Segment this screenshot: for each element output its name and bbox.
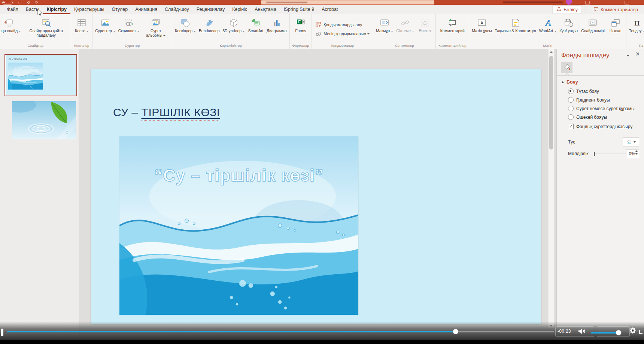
spin-down-icon[interactable] (635, 153, 638, 155)
scroll-up-arrow[interactable] (549, 49, 554, 54)
search-box[interactable] (261, 0, 434, 4)
avatar[interactable] (566, 0, 572, 5)
tab-file[interactable]: Файл (3, 5, 22, 14)
ribbon-group-label-symbols: Таңбалар (628, 43, 644, 49)
date-time-label: Күн/ уақыт (559, 29, 578, 33)
equation-button[interactable]: πТеңдеу (628, 15, 644, 34)
radio-picture-fill[interactable]: Сурет немесе сурет құрамы (568, 106, 635, 111)
tab-transitions[interactable]: Өтулер (108, 5, 132, 14)
share-button[interactable]: Бөлісу (552, 5, 582, 14)
chart-button[interactable]: Диаграмма (265, 15, 288, 34)
my-addins-button[interactable]: Менің қондырмаларым (315, 30, 370, 37)
comment-button[interactable]: Комментарий (439, 15, 466, 34)
date-time-button[interactable]: Күн/ уақыт (558, 15, 580, 34)
tab-animations[interactable]: Анимация (131, 5, 161, 14)
screenshot-button[interactable]: Скриншот (117, 15, 141, 34)
redo-icon[interactable]: ↻ (35, 0, 38, 5)
radio-solid-fill[interactable]: Тұтас бояу (568, 88, 635, 94)
header-footer-button[interactable]: Тақырып & Колонтитул (493, 15, 538, 34)
tab-design[interactable]: Құрастырушы (70, 5, 108, 14)
equation-pi-icon: π (634, 16, 640, 29)
section-collapse-icon (562, 81, 564, 83)
ribbon-group-label-forms: Формалар (291, 43, 311, 49)
ribbon-group-label-addins: Қондырмалар (313, 43, 372, 49)
pane-close-icon[interactable]: ✕ (635, 51, 640, 57)
transparency-spinner[interactable]: 0% (626, 149, 639, 158)
object-button[interactable]: Нысан (606, 15, 625, 34)
slide-number-button[interactable]: #Слайд нөмірі (580, 15, 606, 34)
scrollbar-thumb[interactable] (549, 56, 553, 150)
video-progress-knob[interactable] (453, 329, 458, 334)
speaker-icon[interactable] (578, 328, 586, 336)
photo-album-button[interactable]: Сурет альбомы (141, 15, 171, 38)
autosave-toggle-icon[interactable] (2, 1, 13, 4)
application-window: ▭ ⟲ ↻ ФайлБастыКірістіруҚұрастырушыӨтуле… (0, 0, 644, 344)
slide-thumbnail-2[interactable] (12, 101, 76, 139)
radio-pattern-fill[interactable]: Әшекей бояуы (568, 114, 635, 120)
tab-view[interactable]: Көрініс (228, 5, 251, 14)
hide-background-checkbox[interactable]: ✓ Фондық суреттерді жасыру (568, 124, 632, 129)
slide-editing-area[interactable]: СУ – ТІРШІЛІК КӨЗІ “Су – тіршілік көзі” (91, 69, 541, 324)
wordart-icon: A (543, 16, 553, 29)
slide-thumbnail-1-preview: СУ – ТІРШІЛІК КӨЗІ “Су – тіршілік көзі” (6, 55, 76, 95)
link-button: Сілтеме (395, 15, 416, 34)
save-icon[interactable]: ▭ (18, 0, 21, 5)
chevron-down-icon (643, 31, 644, 32)
radio-gradient-fill[interactable]: Градиент бояуы (568, 97, 635, 103)
screenshot-label: Скриншот (118, 29, 140, 33)
volume-knob[interactable] (616, 330, 621, 335)
video-progress-bar[interactable] (7, 331, 554, 332)
pane-options-chevron-icon[interactable] (626, 55, 629, 57)
slide-title-text[interactable]: СУ – ТІРШІЛІК КӨЗІ (113, 106, 220, 119)
fill-tab[interactable] (561, 62, 572, 73)
tab-help[interactable]: Анықтама (251, 5, 280, 14)
table-label: Кесте (75, 29, 88, 33)
gear-icon[interactable] (629, 327, 637, 336)
vertical-scrollbar[interactable] (548, 49, 554, 328)
object-icon (611, 16, 620, 29)
comments-button[interactable]: Комментарийлер (590, 6, 642, 13)
transparency-slider[interactable] (594, 151, 626, 156)
wordart-button[interactable]: AWordArt (538, 15, 558, 34)
fullscreen-corner-icon[interactable] (639, 330, 643, 334)
tab-review[interactable]: Рецензиялау (193, 5, 228, 14)
fill-color-button[interactable] (623, 137, 639, 147)
new-slide-button[interactable]: Жаңа слайд (0, 15, 22, 34)
fill-section-header[interactable]: Бояу (562, 79, 578, 85)
slide-thumbnail-1[interactable]: СУ – ТІРШІЛІК КӨЗІ “Су – тіршілік көзі” (4, 54, 77, 96)
window-restore-icon[interactable] (625, 1, 629, 4)
ribbon-group-label-text: Мәтін (470, 43, 625, 49)
undo-icon[interactable]: ⟲ (27, 0, 30, 5)
ribbon-group-label-links: Сілтемелер (374, 43, 434, 49)
icons-button[interactable]: Белгішелер (197, 15, 221, 34)
radio-label: Сурет немесе сурет құрамы (576, 106, 635, 111)
smartart-button[interactable]: SmartArt (246, 15, 265, 34)
table-button[interactable]: Кесте (72, 15, 91, 34)
pictures-button[interactable]: Суреттер (94, 15, 116, 34)
reuse-slides-button[interactable]: Слайдтарды қайта пайдалану (22, 15, 70, 38)
text-box-button[interactable]: AМәтін ұясы (470, 15, 493, 34)
spellcheck-squiggle: ТІРШІЛІК КӨЗІ (142, 106, 220, 118)
video-controls-bar: -00:23 (0, 322, 644, 340)
tab-insert[interactable]: Кірістіру (43, 5, 70, 14)
spin-up-icon[interactable] (635, 150, 638, 152)
volume-slider[interactable] (591, 332, 622, 334)
reuse-slides-label: Слайдтарды қайта пайдалану (24, 29, 68, 38)
chevron-down-icon (367, 33, 370, 34)
slide-water-picture[interactable]: “Су – тіршілік көзі” (119, 136, 358, 315)
tab-slideshow[interactable]: Слайд-шоу (161, 5, 193, 14)
volume-fill (591, 332, 619, 334)
window-minimize-icon[interactable] (585, 1, 590, 4)
3d-models-button[interactable]: 3D үлгілер (221, 15, 246, 34)
ribbon-group-images: СуреттерСкриншотСурет альбомыСуреттер (92, 14, 172, 49)
forms-button[interactable]: FForms (291, 15, 310, 34)
tab-ispring[interactable]: iSpring Suite 9 (280, 5, 318, 14)
tab-acrobat[interactable]: Acrobat (318, 5, 341, 14)
text-box-label: Мәтін ұясы (472, 29, 492, 33)
pause-bar-icon[interactable] (1, 329, 3, 336)
get-addins-button[interactable]: Қондырмаларды алу (315, 21, 362, 28)
shapes-button[interactable]: Кескіндер (173, 15, 197, 34)
icons-label: Белгішелер (199, 29, 219, 33)
volume-tooltip-box (597, 326, 630, 337)
zoom-content-button[interactable]: Мазмұн (374, 15, 395, 34)
